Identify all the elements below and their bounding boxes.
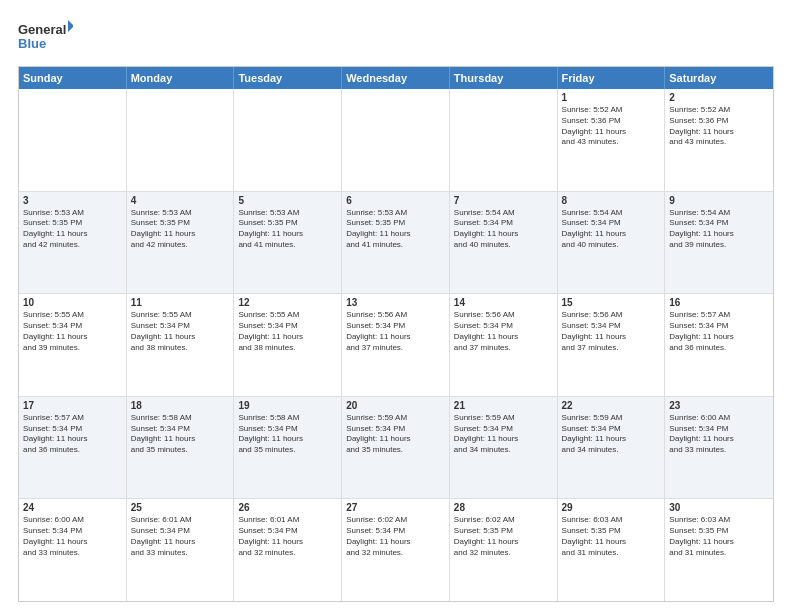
- day-number: 15: [562, 297, 661, 308]
- calendar-cell: [127, 89, 235, 191]
- calendar-header: SundayMondayTuesdayWednesdayThursdayFrid…: [19, 67, 773, 89]
- calendar-cell: 16Sunrise: 5:57 AM Sunset: 5:34 PM Dayli…: [665, 294, 773, 396]
- calendar-cell: 7Sunrise: 5:54 AM Sunset: 5:34 PM Daylig…: [450, 192, 558, 294]
- calendar-cell: 25Sunrise: 6:01 AM Sunset: 5:34 PM Dayli…: [127, 499, 235, 601]
- cell-text: Sunrise: 5:59 AM Sunset: 5:34 PM Dayligh…: [562, 413, 661, 456]
- cell-text: Sunrise: 5:53 AM Sunset: 5:35 PM Dayligh…: [238, 208, 337, 251]
- calendar-cell: 20Sunrise: 5:59 AM Sunset: 5:34 PM Dayli…: [342, 397, 450, 499]
- calendar-cell: 26Sunrise: 6:01 AM Sunset: 5:34 PM Dayli…: [234, 499, 342, 601]
- calendar-cell: 29Sunrise: 6:03 AM Sunset: 5:35 PM Dayli…: [558, 499, 666, 601]
- calendar-cell: 23Sunrise: 6:00 AM Sunset: 5:34 PM Dayli…: [665, 397, 773, 499]
- calendar-cell: 15Sunrise: 5:56 AM Sunset: 5:34 PM Dayli…: [558, 294, 666, 396]
- day-number: 1: [562, 92, 661, 103]
- cell-text: Sunrise: 5:53 AM Sunset: 5:35 PM Dayligh…: [23, 208, 122, 251]
- calendar-cell: 3Sunrise: 5:53 AM Sunset: 5:35 PM Daylig…: [19, 192, 127, 294]
- header-day-monday: Monday: [127, 67, 235, 89]
- header-day-sunday: Sunday: [19, 67, 127, 89]
- cell-text: Sunrise: 5:54 AM Sunset: 5:34 PM Dayligh…: [454, 208, 553, 251]
- calendar-cell: 8Sunrise: 5:54 AM Sunset: 5:34 PM Daylig…: [558, 192, 666, 294]
- cell-text: Sunrise: 6:02 AM Sunset: 5:34 PM Dayligh…: [346, 515, 445, 558]
- calendar-cell: 12Sunrise: 5:55 AM Sunset: 5:34 PM Dayli…: [234, 294, 342, 396]
- day-number: 11: [131, 297, 230, 308]
- cell-text: Sunrise: 6:03 AM Sunset: 5:35 PM Dayligh…: [669, 515, 769, 558]
- day-number: 9: [669, 195, 769, 206]
- cell-text: Sunrise: 5:53 AM Sunset: 5:35 PM Dayligh…: [346, 208, 445, 251]
- day-number: 27: [346, 502, 445, 513]
- day-number: 19: [238, 400, 337, 411]
- day-number: 2: [669, 92, 769, 103]
- header-day-saturday: Saturday: [665, 67, 773, 89]
- calendar-cell: 28Sunrise: 6:02 AM Sunset: 5:35 PM Dayli…: [450, 499, 558, 601]
- cell-text: Sunrise: 5:57 AM Sunset: 5:34 PM Dayligh…: [669, 310, 769, 353]
- calendar-cell: 11Sunrise: 5:55 AM Sunset: 5:34 PM Dayli…: [127, 294, 235, 396]
- cell-text: Sunrise: 6:01 AM Sunset: 5:34 PM Dayligh…: [131, 515, 230, 558]
- svg-text:General: General: [18, 22, 66, 37]
- calendar-cell: 27Sunrise: 6:02 AM Sunset: 5:34 PM Dayli…: [342, 499, 450, 601]
- calendar-cell: 1Sunrise: 5:52 AM Sunset: 5:36 PM Daylig…: [558, 89, 666, 191]
- day-number: 18: [131, 400, 230, 411]
- day-number: 24: [23, 502, 122, 513]
- calendar-cell: 14Sunrise: 5:56 AM Sunset: 5:34 PM Dayli…: [450, 294, 558, 396]
- day-number: 13: [346, 297, 445, 308]
- cell-text: Sunrise: 5:59 AM Sunset: 5:34 PM Dayligh…: [346, 413, 445, 456]
- calendar-cell: 5Sunrise: 5:53 AM Sunset: 5:35 PM Daylig…: [234, 192, 342, 294]
- calendar-cell: 4Sunrise: 5:53 AM Sunset: 5:35 PM Daylig…: [127, 192, 235, 294]
- logo-svg: General Blue: [18, 18, 73, 56]
- cell-text: Sunrise: 5:54 AM Sunset: 5:34 PM Dayligh…: [669, 208, 769, 251]
- cell-text: Sunrise: 5:58 AM Sunset: 5:34 PM Dayligh…: [238, 413, 337, 456]
- day-number: 28: [454, 502, 553, 513]
- calendar-row-2: 10Sunrise: 5:55 AM Sunset: 5:34 PM Dayli…: [19, 293, 773, 396]
- calendar-cell: [234, 89, 342, 191]
- calendar: SundayMondayTuesdayWednesdayThursdayFrid…: [18, 66, 774, 602]
- header-day-wednesday: Wednesday: [342, 67, 450, 89]
- calendar-cell: 22Sunrise: 5:59 AM Sunset: 5:34 PM Dayli…: [558, 397, 666, 499]
- cell-text: Sunrise: 6:02 AM Sunset: 5:35 PM Dayligh…: [454, 515, 553, 558]
- cell-text: Sunrise: 5:55 AM Sunset: 5:34 PM Dayligh…: [131, 310, 230, 353]
- calendar-cell: [450, 89, 558, 191]
- cell-text: Sunrise: 6:00 AM Sunset: 5:34 PM Dayligh…: [669, 413, 769, 456]
- day-number: 29: [562, 502, 661, 513]
- day-number: 6: [346, 195, 445, 206]
- day-number: 23: [669, 400, 769, 411]
- day-number: 20: [346, 400, 445, 411]
- calendar-cell: 10Sunrise: 5:55 AM Sunset: 5:34 PM Dayli…: [19, 294, 127, 396]
- calendar-cell: 6Sunrise: 5:53 AM Sunset: 5:35 PM Daylig…: [342, 192, 450, 294]
- cell-text: Sunrise: 5:58 AM Sunset: 5:34 PM Dayligh…: [131, 413, 230, 456]
- day-number: 7: [454, 195, 553, 206]
- calendar-cell: 2Sunrise: 5:52 AM Sunset: 5:36 PM Daylig…: [665, 89, 773, 191]
- day-number: 16: [669, 297, 769, 308]
- day-number: 21: [454, 400, 553, 411]
- svg-text:Blue: Blue: [18, 36, 46, 51]
- calendar-cell: 17Sunrise: 5:57 AM Sunset: 5:34 PM Dayli…: [19, 397, 127, 499]
- day-number: 8: [562, 195, 661, 206]
- cell-text: Sunrise: 5:55 AM Sunset: 5:34 PM Dayligh…: [238, 310, 337, 353]
- cell-text: Sunrise: 5:56 AM Sunset: 5:34 PM Dayligh…: [562, 310, 661, 353]
- calendar-cell: 24Sunrise: 6:00 AM Sunset: 5:34 PM Dayli…: [19, 499, 127, 601]
- day-number: 4: [131, 195, 230, 206]
- day-number: 25: [131, 502, 230, 513]
- day-number: 10: [23, 297, 122, 308]
- calendar-cell: [342, 89, 450, 191]
- calendar-row-3: 17Sunrise: 5:57 AM Sunset: 5:34 PM Dayli…: [19, 396, 773, 499]
- calendar-row-1: 3Sunrise: 5:53 AM Sunset: 5:35 PM Daylig…: [19, 191, 773, 294]
- svg-marker-2: [68, 20, 73, 32]
- calendar-body: 1Sunrise: 5:52 AM Sunset: 5:36 PM Daylig…: [19, 89, 773, 601]
- day-number: 14: [454, 297, 553, 308]
- cell-text: Sunrise: 6:01 AM Sunset: 5:34 PM Dayligh…: [238, 515, 337, 558]
- cell-text: Sunrise: 5:56 AM Sunset: 5:34 PM Dayligh…: [346, 310, 445, 353]
- day-number: 3: [23, 195, 122, 206]
- day-number: 12: [238, 297, 337, 308]
- calendar-row-0: 1Sunrise: 5:52 AM Sunset: 5:36 PM Daylig…: [19, 89, 773, 191]
- logo: General Blue: [18, 18, 73, 56]
- day-number: 5: [238, 195, 337, 206]
- calendar-cell: 19Sunrise: 5:58 AM Sunset: 5:34 PM Dayli…: [234, 397, 342, 499]
- cell-text: Sunrise: 6:00 AM Sunset: 5:34 PM Dayligh…: [23, 515, 122, 558]
- header: General Blue: [18, 18, 774, 56]
- calendar-cell: 30Sunrise: 6:03 AM Sunset: 5:35 PM Dayli…: [665, 499, 773, 601]
- calendar-cell: 13Sunrise: 5:56 AM Sunset: 5:34 PM Dayli…: [342, 294, 450, 396]
- cell-text: Sunrise: 5:59 AM Sunset: 5:34 PM Dayligh…: [454, 413, 553, 456]
- page: General Blue SundayMondayTuesdayWednesda…: [0, 0, 792, 612]
- header-day-friday: Friday: [558, 67, 666, 89]
- cell-text: Sunrise: 5:57 AM Sunset: 5:34 PM Dayligh…: [23, 413, 122, 456]
- day-number: 30: [669, 502, 769, 513]
